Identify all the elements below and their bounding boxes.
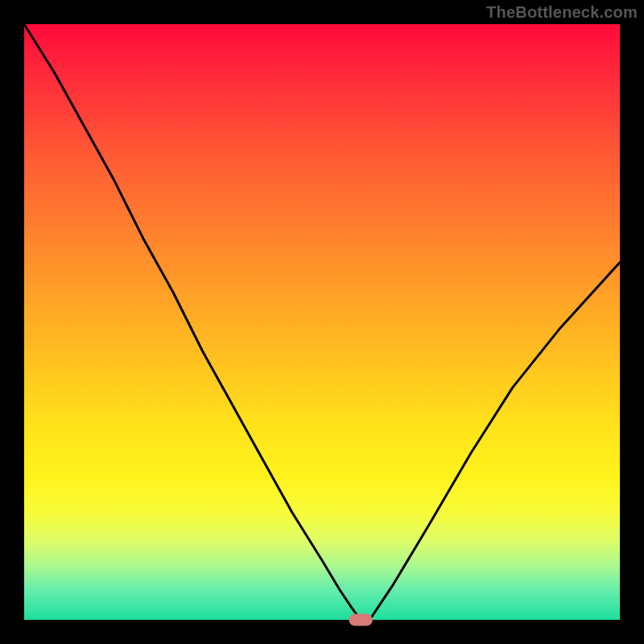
watermark-text: TheBottleneck.com <box>486 3 638 22</box>
curve-svg <box>24 24 620 620</box>
bottleneck-curve <box>24 24 620 620</box>
chart-frame: TheBottleneck.com <box>0 0 644 644</box>
optimum-marker <box>349 614 373 626</box>
gradient-plot-area <box>24 24 620 620</box>
